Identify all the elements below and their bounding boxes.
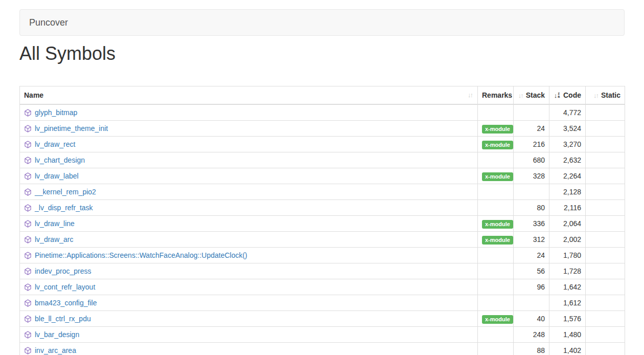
- remarks-cell: [478, 152, 514, 168]
- symbol-link[interactable]: lv_pinetime_theme_init: [35, 124, 108, 132]
- column-header-name[interactable]: Name ↓↑: [20, 86, 478, 104]
- cube-icon: [24, 252, 32, 259]
- x-module-badge: x-module: [482, 315, 513, 324]
- symbols-table: Name ↓↑ Remarks ↓↑ Stack ↓ z: [19, 86, 625, 355]
- stack-value-cell: [514, 295, 549, 310]
- static-value-cell: [586, 136, 625, 152]
- stack-value-cell: 328: [514, 168, 549, 184]
- symbol-name-cell: bma423_config_file: [20, 295, 478, 310]
- code-value-cell: 2,002: [549, 231, 586, 247]
- static-value-cell: [586, 215, 625, 231]
- code-value-cell: 1,402: [549, 342, 586, 355]
- table-row: indev_proc_press 56 1,728: [20, 263, 625, 279]
- table-row: inv_arc_area 88 1,402: [20, 342, 625, 355]
- page-title: All Symbols: [19, 43, 625, 64]
- cube-icon: [24, 125, 32, 132]
- code-value-cell: 1,612: [549, 295, 586, 310]
- remarks-cell: [478, 342, 514, 355]
- x-module-badge: x-module: [482, 220, 513, 229]
- stack-value-cell: 56: [514, 263, 549, 279]
- symbol-name-cell: ble_ll_ctrl_rx_pdu: [20, 310, 478, 326]
- remarks-cell: [478, 295, 514, 310]
- column-header-stack[interactable]: ↓↑ Stack: [514, 86, 549, 104]
- cube-icon: [24, 299, 32, 307]
- x-module-badge: x-module: [482, 141, 513, 149]
- static-value-cell: [586, 152, 625, 168]
- navbar-brand-link[interactable]: Puncover: [29, 17, 68, 28]
- stack-value-cell: 80: [514, 199, 549, 215]
- symbol-name-cell: lv_draw_arc: [20, 231, 478, 247]
- remarks-cell: [478, 247, 514, 263]
- table-row: lv_bar_design 248 1,480: [20, 326, 625, 342]
- page-container: Puncover All Symbols Name ↓↑ Remarks: [19, 0, 625, 355]
- symbol-link[interactable]: ble_ll_ctrl_rx_pdu: [35, 315, 91, 323]
- static-value-cell: [586, 263, 625, 279]
- sort-desc-icon: ↓ z a: [554, 92, 560, 99]
- symbol-link[interactable]: lv_cont_refr_layout: [35, 283, 95, 291]
- symbol-link[interactable]: glyph_bitmap: [35, 108, 77, 117]
- stack-value-cell: [514, 184, 549, 199]
- symbol-link[interactable]: indev_proc_press: [35, 267, 91, 275]
- static-value-cell: [586, 104, 625, 121]
- cube-icon: [24, 204, 32, 212]
- symbol-link[interactable]: lv_bar_design: [35, 330, 79, 339]
- code-value-cell: 4,772: [549, 104, 586, 121]
- stack-value-cell: 24: [514, 247, 549, 263]
- symbol-link[interactable]: bma423_config_file: [35, 299, 97, 307]
- cube-icon: [24, 220, 32, 228]
- symbol-link[interactable]: inv_arc_area: [35, 346, 76, 354]
- sort-both-icon: ↓↑: [468, 91, 473, 99]
- stack-value-cell: 24: [514, 120, 549, 136]
- symbol-link[interactable]: __kernel_rem_pio2: [35, 188, 96, 196]
- column-header-code[interactable]: ↓ z a Code: [549, 86, 586, 104]
- symbol-link[interactable]: lv_draw_line: [35, 219, 75, 228]
- cube-icon: [24, 141, 32, 148]
- code-value-cell: 2,128: [549, 184, 586, 199]
- code-value-cell: 1,642: [549, 279, 586, 295]
- cube-icon: [24, 188, 32, 196]
- table-row: _lv_disp_refr_task 80 2,116: [20, 199, 625, 215]
- symbol-link[interactable]: lv_draw_label: [35, 172, 79, 180]
- static-value-cell: [586, 120, 625, 136]
- column-header-static-label: Static: [601, 91, 620, 99]
- column-header-static[interactable]: ↓↑ Static: [586, 86, 625, 104]
- x-module-badge: x-module: [482, 125, 513, 134]
- column-header-remarks[interactable]: Remarks: [478, 86, 514, 104]
- table-row: bma423_config_file 1,612: [20, 295, 625, 310]
- cube-icon: [24, 347, 32, 354]
- remarks-cell: [478, 326, 514, 342]
- stack-value-cell: 336: [514, 215, 549, 231]
- cube-icon: [24, 109, 32, 117]
- symbol-link[interactable]: lv_draw_arc: [35, 235, 73, 243]
- table-row: glyph_bitmap 4,772: [20, 104, 625, 121]
- x-module-badge: x-module: [482, 172, 513, 181]
- remarks-cell: x-module: [478, 310, 514, 326]
- code-value-cell: 1,480: [549, 326, 586, 342]
- symbol-name-cell: Pinetime::Applications::Screens::WatchFa…: [20, 247, 478, 263]
- table-row: lv_draw_line x-module 336 2,064: [20, 215, 625, 231]
- table-row: Pinetime::Applications::Screens::WatchFa…: [20, 247, 625, 263]
- remarks-cell: x-module: [478, 215, 514, 231]
- static-value-cell: [586, 184, 625, 199]
- column-header-code-label: Code: [563, 91, 581, 99]
- static-value-cell: [586, 279, 625, 295]
- symbol-link[interactable]: lv_chart_design: [35, 156, 85, 164]
- sort-both-icon: ↓↑: [593, 92, 599, 99]
- symbol-name-cell: inv_arc_area: [20, 342, 478, 355]
- static-value-cell: [586, 310, 625, 326]
- remarks-cell: [478, 104, 514, 121]
- cube-icon: [24, 236, 32, 243]
- symbol-link[interactable]: Pinetime::Applications::Screens::WatchFa…: [35, 251, 247, 259]
- static-value-cell: [586, 231, 625, 247]
- stack-value-cell: 216: [514, 136, 549, 152]
- table-row: lv_chart_design 680 2,632: [20, 152, 625, 168]
- code-value-cell: 1,576: [549, 310, 586, 326]
- sort-both-icon: ↓↑: [518, 92, 524, 99]
- x-module-badge: x-module: [482, 236, 513, 245]
- cube-icon: [24, 283, 32, 291]
- symbol-name-cell: lv_draw_line: [20, 215, 478, 231]
- symbol-link[interactable]: lv_draw_rect: [35, 140, 75, 148]
- table-row: lv_draw_rect x-module 216 3,270: [20, 136, 625, 152]
- symbol-link[interactable]: _lv_disp_refr_task: [35, 204, 93, 212]
- static-value-cell: [586, 326, 625, 342]
